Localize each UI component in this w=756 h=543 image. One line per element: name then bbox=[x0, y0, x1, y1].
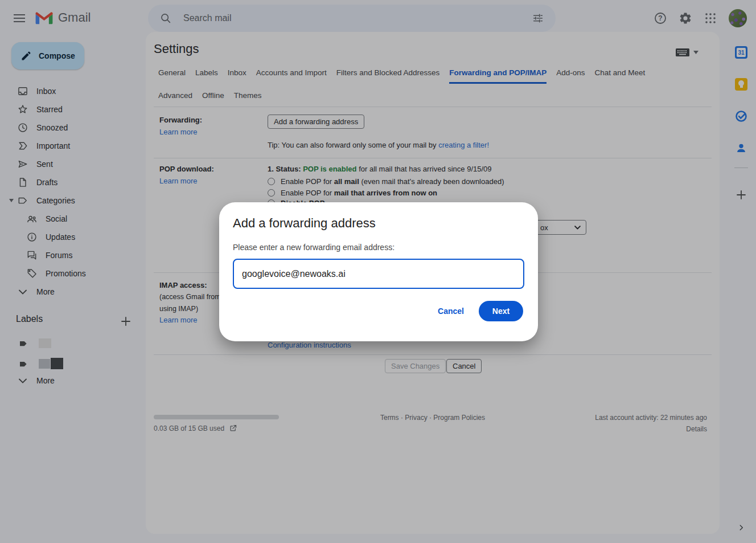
add-forwarding-address-dialog: Add a forwarding address Please enter a … bbox=[219, 202, 538, 341]
forwarding-email-input[interactable] bbox=[233, 259, 524, 289]
dialog-prompt: Please enter a new forwarding email addr… bbox=[233, 243, 395, 252]
dialog-title: Add a forwarding address bbox=[233, 216, 376, 231]
gmail-app: Gmail ? bbox=[0, 0, 756, 543]
dialog-next-button[interactable]: Next bbox=[479, 301, 523, 321]
dialog-cancel-button[interactable]: Cancel bbox=[438, 307, 464, 316]
dialog-actions: Cancel Next bbox=[438, 301, 523, 321]
